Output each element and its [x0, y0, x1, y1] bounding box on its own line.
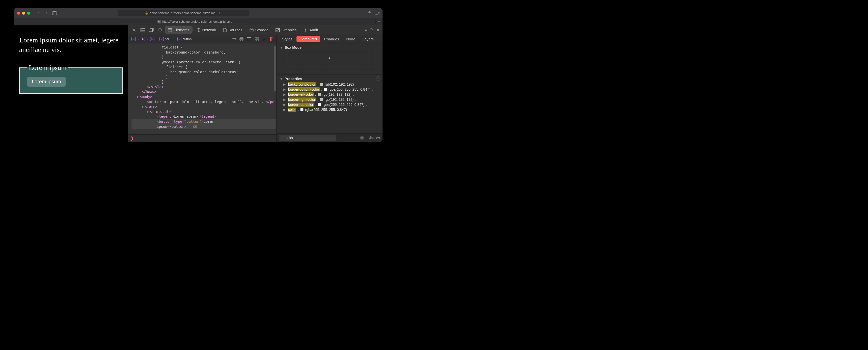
- svg-rect-12: [168, 28, 172, 32]
- tab-network[interactable]: Network: [193, 26, 219, 34]
- dom-line[interactable]: fieldset {: [131, 65, 276, 70]
- box-model-top: 2: [287, 55, 372, 59]
- tab-sources-label: Sources: [228, 28, 243, 32]
- properties-section: ≡ ▼Properties ▶background-color: rgb(192…: [277, 75, 382, 133]
- dom-line[interactable]: </head>: [131, 89, 276, 94]
- browser-tab[interactable]: C https://color-scheme-prefers-color-sch…: [14, 20, 375, 24]
- property-value: rgb(192, 192, 192): [324, 97, 353, 101]
- crumb-form[interactable]: E: [149, 37, 156, 41]
- color-swatch[interactable]: [318, 103, 321, 106]
- tab-storage-label: Storage: [255, 28, 269, 32]
- color-swatch[interactable]: [324, 88, 327, 91]
- dom-line[interactable]: }: [131, 75, 276, 80]
- dom-line[interactable]: ▼<fieldset>: [131, 109, 276, 114]
- property-row[interactable]: ▶color: rgba(255, 255, 255, 0.847);: [280, 107, 379, 112]
- dom-line[interactable]: </style>: [131, 85, 276, 90]
- tab-layers[interactable]: Layers: [359, 36, 377, 42]
- tab-changes[interactable]: Changes: [321, 36, 342, 42]
- tab-audit[interactable]: Audit: [301, 26, 321, 34]
- sidebar-toggle-icon[interactable]: [52, 10, 58, 16]
- paint-icon[interactable]: [262, 37, 267, 41]
- color-swatch[interactable]: [320, 98, 323, 101]
- property-row[interactable]: ▶border-left-color: rgb(192, 192, 192);: [280, 92, 379, 97]
- properties-options-icon[interactable]: ≡: [376, 76, 380, 81]
- expand-icon[interactable]: ▶: [283, 97, 286, 101]
- dom-line[interactable]: }: [131, 80, 276, 85]
- property-value: rgba(255, 255, 255, 0.847): [329, 87, 370, 91]
- dock-bottom-icon[interactable]: [139, 26, 147, 34]
- dom-line[interactable]: background-color: darkslategray;: [131, 70, 276, 75]
- dom-line[interactable]: <p> Lorem ipsum dolor sit amet, legere a…: [131, 99, 276, 105]
- color-swatch[interactable]: [318, 93, 321, 96]
- more-tabs-icon[interactable]: »: [365, 28, 367, 32]
- svg-rect-0: [53, 11, 57, 14]
- expand-icon[interactable]: ▶: [283, 108, 286, 112]
- compositing-icon[interactable]: [270, 37, 274, 41]
- search-devtools-icon[interactable]: [369, 28, 373, 32]
- scrollbar[interactable]: [274, 46, 276, 91]
- svg-line-19: [372, 31, 373, 32]
- box-model-inner: —: [298, 61, 362, 67]
- expand-icon[interactable]: ▶: [283, 103, 286, 107]
- crumb-body[interactable]: E: [139, 37, 147, 41]
- expand-icon[interactable]: ▶: [283, 82, 286, 86]
- tab-node[interactable]: Node: [343, 36, 358, 42]
- print-icon[interactable]: [240, 37, 244, 41]
- dom-line[interactable]: fieldset {: [131, 45, 276, 50]
- property-row[interactable]: ▶border-top-color: rgba(255, 255, 255, 0…: [280, 102, 379, 107]
- reload-icon[interactable]: ⟳: [219, 11, 222, 15]
- clear-filter-icon[interactable]: ✕: [360, 136, 364, 140]
- dom-line[interactable]: <legend>Lorem ipsum</legend>: [131, 114, 276, 119]
- tab-storage[interactable]: Storage: [247, 26, 272, 34]
- minimize-window-button[interactable]: [22, 11, 25, 14]
- ruler-icon[interactable]: [232, 37, 237, 41]
- back-button[interactable]: [35, 10, 41, 16]
- dom-line[interactable]: }: [131, 55, 276, 60]
- crumb-html[interactable]: E: [130, 37, 137, 41]
- filter-input[interactable]: [279, 135, 336, 141]
- svg-rect-7: [149, 29, 153, 32]
- address-bar[interactable]: 🔒 color-scheme-prefers-color-scheme.glit…: [118, 10, 249, 17]
- expand-icon[interactable]: ▶: [283, 87, 286, 91]
- share-icon[interactable]: [367, 11, 371, 15]
- close-devtools-icon[interactable]: [130, 26, 138, 34]
- new-tab-button[interactable]: +: [375, 20, 382, 24]
- tab-sources[interactable]: Sources: [220, 26, 246, 34]
- dom-tree[interactable]: fieldset { background-color: gainsboro; …: [128, 43, 276, 134]
- forward-button[interactable]: [43, 10, 50, 16]
- tab-computed[interactable]: Computed: [297, 36, 320, 42]
- property-row[interactable]: ▶border-right-color: rgb(192, 192, 192);: [280, 97, 379, 102]
- tab-elements[interactable]: Elements: [165, 26, 192, 34]
- console-prompt[interactable]: ❯: [128, 134, 276, 142]
- color-swatch[interactable]: [320, 83, 323, 86]
- tab-graphics[interactable]: Graphics: [273, 26, 300, 34]
- reticle-icon[interactable]: [156, 26, 164, 34]
- dom-selected-line[interactable]: <button type="button">Lorem: [131, 119, 276, 124]
- viewport-icon[interactable]: [247, 37, 252, 41]
- dom-line[interactable]: ▼<form>: [131, 104, 276, 109]
- settings-gear-icon[interactable]: [376, 28, 380, 32]
- close-window-button[interactable]: [17, 11, 20, 14]
- grid-icon[interactable]: [255, 37, 259, 41]
- dom-line[interactable]: ▼<body>: [131, 94, 276, 99]
- url-text: color-scheme-prefers-color-scheme.glitch…: [150, 11, 216, 15]
- maximize-window-button[interactable]: [27, 11, 30, 14]
- color-swatch[interactable]: [300, 108, 304, 111]
- expand-icon[interactable]: ▶: [283, 92, 286, 96]
- dock-detach-icon[interactable]: [148, 26, 155, 34]
- tab-styles[interactable]: Styles: [279, 36, 296, 42]
- page-fieldset: Lorem ipsum Lorem ipsum: [19, 64, 123, 94]
- property-row[interactable]: ▶border-bottom-color: rgba(255, 255, 255…: [280, 87, 379, 92]
- svg-rect-31: [255, 37, 256, 39]
- box-model-diagram[interactable]: 2 —: [287, 52, 372, 70]
- svg-rect-33: [255, 39, 256, 41]
- crumb-button[interactable]: Ebutton: [176, 37, 193, 41]
- dom-selected-line[interactable]: ipsum</button> = $0: [131, 124, 276, 129]
- page-button[interactable]: Lorem ipsum: [27, 77, 66, 87]
- crumb-fieldset[interactable]: Efiel…: [158, 37, 174, 41]
- property-row[interactable]: ▶background-color: rgb(192, 192, 192);: [280, 82, 379, 87]
- dom-line[interactable]: background-color: gainsboro;: [131, 50, 276, 55]
- classes-button[interactable]: Classes: [367, 136, 380, 140]
- tabs-overview-icon[interactable]: [375, 11, 379, 15]
- dom-line[interactable]: @media (prefers-color-scheme: dark) {: [131, 60, 276, 65]
